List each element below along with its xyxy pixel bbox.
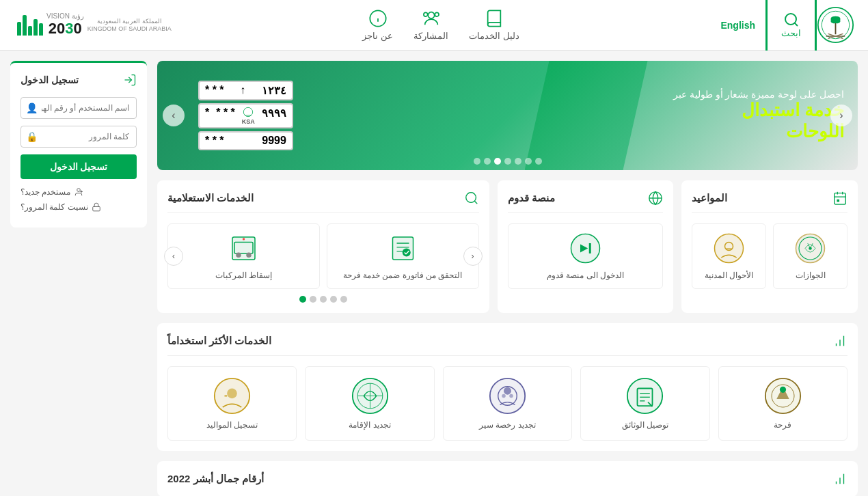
about-icon <box>368 9 388 28</box>
left-section: ‹ ١٢٣٤ ↑ * * * ٩٩٩٩ KSA * * * * <box>157 61 858 496</box>
svg-line-33 <box>474 201 477 204</box>
main-content: ‹ ١٢٣٤ ↑ * * * ٩٩٩٩ KSA * * * * <box>0 51 868 496</box>
bottom-chart-icon <box>832 471 847 486</box>
forgot-password-label: نسيت كلمة المرور؟ <box>21 202 88 212</box>
service-item-civil-affairs[interactable]: الأحوال المدنية <box>692 223 766 289</box>
svg-point-56 <box>490 378 525 413</box>
bottom-title: أرقام جمال أبشر 2022 <box>167 473 264 485</box>
login-title: تسجيل الدخول <box>21 74 79 85</box>
username-input[interactable] <box>21 97 137 119</box>
banner-plates: ١٢٣٤ ↑ * * * ٩٩٩٩ KSA * * * * 9999 * <box>198 81 293 150</box>
login-card: تسجيل الدخول 👤 🔒 تسجيل الدخول مستخدم جدي… <box>10 61 147 228</box>
svg-rect-17 <box>835 193 846 205</box>
civil-affairs-icon <box>712 231 746 265</box>
vision-label: رؤية VISION <box>46 12 84 20</box>
service-item-cancel-vehicles[interactable]: إسقاط المركبات <box>167 223 320 289</box>
nav-participation-label: المشاركة <box>413 31 448 41</box>
banner-dot-1[interactable] <box>535 158 542 165</box>
arrival-items: الدخول الى منصة قدوم <box>508 223 664 289</box>
most-used-item-renew-license[interactable]: تجديد رخصة سير <box>443 366 572 441</box>
renew-residence-icon <box>351 377 389 415</box>
most-used-header: الخدمات الأكثر استخداماً <box>167 333 847 356</box>
svg-rect-31 <box>589 243 591 253</box>
inquiry-title: الخدمات الاستعلامية <box>167 192 254 204</box>
banner-dot-5[interactable] <box>494 158 501 165</box>
new-user-link[interactable]: مستخدم جديد؟ <box>21 187 137 197</box>
birth-registration-icon <box>213 377 251 415</box>
header: ابحث English دليل الخدمات المشاركة <box>0 0 868 51</box>
nav-item-about[interactable]: عن ناجز <box>362 9 393 41</box>
book-icon <box>485 9 504 28</box>
inquiry-dot-3[interactable] <box>320 296 327 303</box>
right-sidebar: تسجيل الدخول 👤 🔒 تسجيل الدخول مستخدم جدي… <box>10 61 147 496</box>
service-item-passports[interactable]: الجوازات <box>773 223 847 289</box>
forgot-password-link[interactable]: نسيت كلمة المرور؟ <box>21 202 137 212</box>
farha-icon <box>764 377 802 415</box>
svg-rect-21 <box>837 199 839 202</box>
svg-point-24 <box>809 247 812 250</box>
arrival-entry-icon <box>568 231 602 265</box>
user-icon: 👤 <box>26 102 38 113</box>
header-logo-area <box>817 6 854 44</box>
service-item-arrival-entry[interactable]: الدخول الى منصة قدوم <box>508 223 664 289</box>
check-invoice-label: التحقق من فاتورة ضمن خدمة فرحة <box>343 271 463 281</box>
arrival-platform-card: منصة قدوم الدخول الى منصة قدوم <box>498 180 674 313</box>
nav-item-services-guide[interactable]: دليل الخدمات <box>469 9 519 41</box>
inquiry-sliding-area: ‹ <box>167 223 479 289</box>
banner-next-button[interactable]: › <box>163 105 185 126</box>
most-used-item-farha[interactable]: فرحة <box>718 366 847 441</box>
cancel-vehicles-icon <box>226 231 260 265</box>
svg-point-41 <box>236 252 241 258</box>
inquiry-dot-2[interactable] <box>330 296 337 303</box>
banner-dot-3[interactable] <box>515 158 521 165</box>
svg-point-32 <box>465 193 476 203</box>
header-nav: دليل الخدمات المشاركة عن ناجز <box>172 9 711 41</box>
service-item-check-invoice[interactable]: التحقق من فاتورة ضمن خدمة فرحة <box>327 223 479 289</box>
banner-dot-6[interactable] <box>484 158 491 165</box>
password-wrapper: 🔒 <box>21 126 137 148</box>
login-icon <box>123 73 137 87</box>
vision-text-area: المملكة العربية السعوديةKINGDOM OF SAUDI… <box>87 18 172 33</box>
most-used-item-deliver-docs[interactable]: توصيل الوثائق <box>580 366 709 441</box>
bar-chart-icon <box>832 333 847 348</box>
banner: ‹ ١٢٣٤ ↑ * * * ٩٩٩٩ KSA * * * * <box>157 61 858 170</box>
banner-dot-7[interactable] <box>474 158 480 165</box>
appointments-items: الجوازات الأحوال المدنية <box>692 223 847 289</box>
plate-1: ١٢٣٤ ↑ * * * <box>198 81 293 100</box>
vision-2030-logo: رؤية VISION 2030 <box>46 12 84 38</box>
civil-affairs-label: الأحوال المدنية <box>705 271 753 281</box>
inquiry-dot-4[interactable] <box>310 296 316 303</box>
password-input[interactable] <box>21 126 137 148</box>
vision-year: 2030 <box>49 20 82 38</box>
banner-dot-4[interactable] <box>504 158 511 165</box>
svg-rect-27 <box>726 248 732 249</box>
most-used-title: الخدمات الأكثر استخداماً <box>167 335 271 347</box>
new-user-icon <box>74 187 83 197</box>
inquiry-prev-button[interactable]: ‹ <box>463 247 483 266</box>
new-user-label: مستخدم جديد؟ <box>21 187 70 197</box>
banner-title: خدمة استبدال اللوحات <box>673 100 844 142</box>
services-row: المواعيد <box>157 180 858 313</box>
passports-icon <box>794 231 828 265</box>
banner-prev-button[interactable]: ‹ <box>830 105 852 126</box>
deliver-docs-icon <box>626 377 664 415</box>
search-button[interactable]: ابحث <box>781 12 801 38</box>
inquiry-next-button[interactable]: › <box>164 247 183 266</box>
inquiry-dot-5[interactable] <box>299 296 306 303</box>
svg-point-58 <box>504 387 511 394</box>
inquiry-card-header: الخدمات الاستعلامية <box>167 191 479 213</box>
most-used-item-renew-residence[interactable]: تجديد الإقامة <box>305 366 434 441</box>
inquiry-dot-1[interactable] <box>340 296 347 303</box>
language-toggle[interactable]: English <box>710 20 765 31</box>
banner-dot-2[interactable] <box>525 158 532 165</box>
login-title-area: تسجيل الدخول <box>21 73 137 87</box>
passports-label: الجوازات <box>796 271 826 281</box>
most-used-item-birth-registration[interactable]: تسجيل المواليد <box>167 366 297 441</box>
appointments-card: المواعيد <box>681 180 858 313</box>
svg-point-42 <box>246 252 252 258</box>
logo-icon <box>817 6 854 44</box>
nav-item-participation[interactable]: المشاركة <box>413 9 448 41</box>
login-button[interactable]: تسجيل الدخول <box>21 154 137 179</box>
search-label: ابحث <box>781 28 801 38</box>
svg-point-72 <box>77 189 81 192</box>
